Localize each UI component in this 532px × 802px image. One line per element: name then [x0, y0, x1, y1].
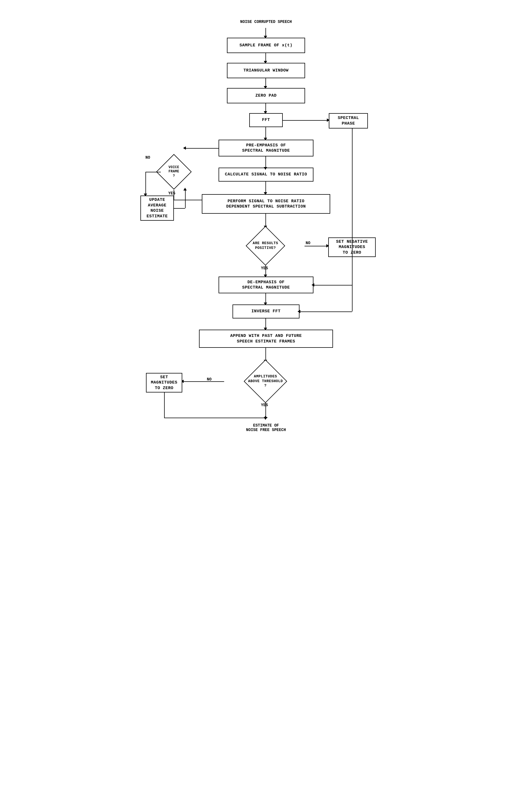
results-positive-text: ARE RESULTSPOSITIVE?: [253, 241, 278, 251]
arrow-inverse-append: [265, 318, 266, 328]
perform-snr-box: PERFORM SIGNAL TO NOISE RATIODEPENDENT S…: [202, 194, 330, 214]
arrow-no-amplitudes-h: [183, 381, 224, 382]
arrow-no-down: [146, 172, 146, 194]
arrow-pre-voice-h: [185, 148, 218, 149]
yes-label-amplitudes: YES: [261, 403, 268, 407]
arrow-yes-results: [265, 266, 266, 275]
zero-pad-box: ZERO PAD: [227, 88, 305, 103]
arrow-yes-voice-down: [174, 190, 174, 200]
arrow-2: [265, 53, 266, 61]
no-label-results: NO: [306, 241, 310, 245]
spectral-phase-box: SPECTRALPHASE: [329, 113, 368, 128]
arrow-1: [265, 28, 266, 36]
inverse-fft-box: INVERSE FFT: [232, 305, 300, 318]
arrow-update-up: [185, 190, 186, 208]
arrowhead-yes-amplitudes: [264, 417, 267, 420]
arrow-no-results-h: [305, 246, 327, 247]
update-noise-box: UPDATEAVERAGENOISEESTIMATE: [140, 196, 174, 221]
arrow-setmag-right: [164, 418, 265, 418]
noise-corrupted-speech-label: NOISE CORRUPTED SPEECH: [227, 20, 305, 24]
arrowhead-update-up: [183, 188, 187, 190]
arrowhead-pre-calc: [264, 167, 267, 170]
arrowhead-spectral-left: [298, 310, 300, 313]
arrow-de-inverse: [265, 293, 266, 303]
arrowhead-pre-voice: [183, 146, 186, 150]
triangular-window-box: TRIANGULAR WINDOW: [227, 63, 305, 78]
arrowhead-setneg-left: [311, 283, 314, 287]
arrow-update-right: [174, 208, 185, 209]
arrow-fft-spectral-h: [283, 120, 327, 121]
arrow-no-left: [146, 172, 161, 172]
no-label-amplitudes: NO: [207, 377, 212, 382]
no-label-voice: NO: [146, 155, 150, 160]
arrow-spectral-down: [352, 128, 353, 311]
yes-label-voice: YES: [168, 191, 175, 196]
arrow-perform-diamond: [265, 214, 266, 226]
arrow-3: [265, 78, 266, 87]
set-magnitudes-box: SETMAGNITUDESTO ZERO: [146, 373, 182, 393]
arrow-append-diamond: [265, 348, 266, 360]
amplitudes-diamond-wrap: AMPLITUDESABOVE THRESHOLD?: [224, 360, 307, 402]
results-positive-diamond-wrap: ARE RESULTSPOSITIVE?: [226, 226, 305, 266]
append-box: APPEND WITH PAST AND FUTURESPEECH ESTIMA…: [199, 330, 333, 348]
arrow-setmag-down: [164, 393, 165, 418]
pre-emphasis-box: PRE-EMPHASIS OFSPECTRAL MAGNITUDE: [218, 140, 314, 157]
flowchart: NOISE CORRUPTED SPEECH SAMPLE FRAME OF x…: [140, 11, 392, 765]
arrow-yes-amplitudes: [265, 402, 266, 418]
estimate-label: ESTIMATE OFNOISE FREE SPEECH: [232, 423, 300, 432]
de-emphasis-box: DE-EMPHASIS OFSPECTRAL MAGNITUDE: [218, 276, 314, 293]
amplitudes-text: AMPLITUDESABOVE THRESHOLD?: [248, 374, 283, 388]
arrow-pre-calc: [265, 157, 266, 168]
arrow-5: [265, 127, 266, 138]
arrow-4: [265, 103, 266, 112]
voice-frame-diamond-wrap: VOICEFRAME?: [156, 153, 192, 190]
yes-label-results: YES: [261, 266, 268, 270]
arrow-calc-perform: [265, 182, 266, 193]
arrow-spectral-left: [300, 311, 352, 312]
arrow-setneg-left: [314, 285, 352, 286]
fft-box: FFT: [249, 113, 283, 127]
voice-frame-text: VOICEFRAME?: [169, 165, 179, 179]
sample-frame-box: SAMPLE FRAME OF x(t): [227, 38, 305, 53]
